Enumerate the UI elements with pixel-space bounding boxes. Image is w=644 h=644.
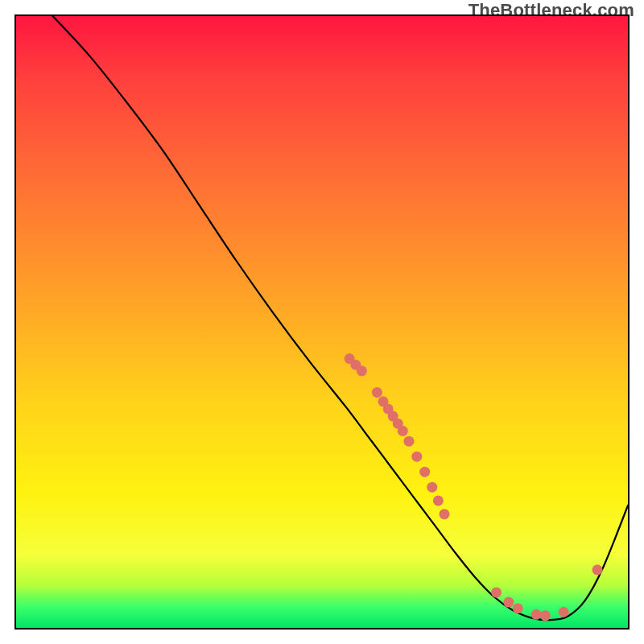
highlight-dot [440, 509, 450, 519]
curve-layer [16, 16, 628, 628]
highlight-dot [491, 587, 502, 597]
highlight-dot [411, 452, 422, 462]
plot-area [14, 14, 630, 630]
bottleneck-chart: TheBottleneck.com [0, 0, 644, 644]
highlight-dot [433, 495, 444, 506]
highlight-dot [398, 426, 408, 436]
highlight-dot [357, 365, 367, 376]
highlight-dot [513, 603, 523, 613]
highlight-dot [419, 467, 430, 477]
bottleneck-curve [53, 16, 628, 620]
highlight-dot [372, 387, 382, 398]
highlight-dot [592, 564, 603, 575]
highlight-dot [503, 597, 514, 608]
highlight-dot [531, 609, 542, 620]
highlight-dot [427, 482, 437, 493]
highlight-dot [540, 610, 551, 621]
highlight-dot [403, 436, 414, 447]
highlight-dots [345, 353, 603, 621]
highlight-dot [559, 607, 569, 617]
